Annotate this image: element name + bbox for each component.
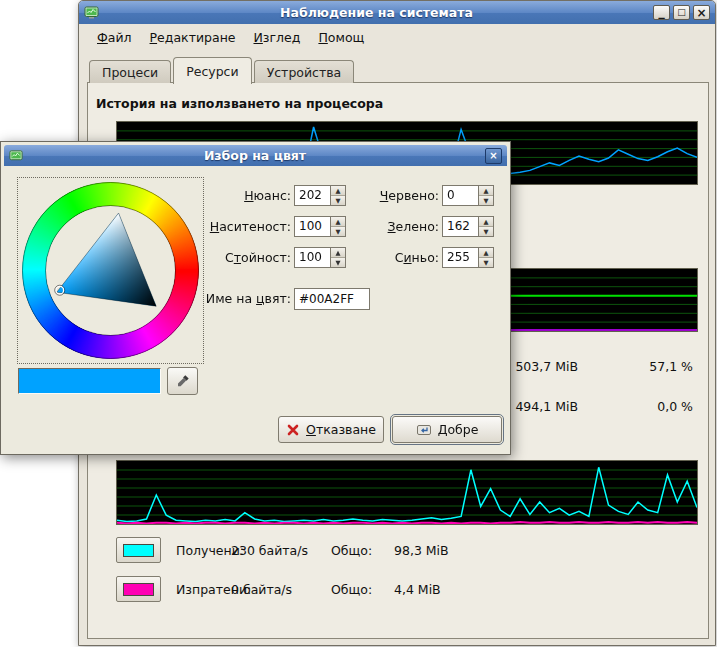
sent-total-label: Общо: [331, 582, 372, 597]
green-spin-buttons: ▲ ▼ [478, 216, 494, 237]
saturation-spinbox[interactable]: 100 ▲ ▼ [294, 216, 346, 237]
window-controls: ▁ □ × [653, 5, 710, 20]
color-wheel-canvas[interactable] [19, 179, 202, 362]
sent-rate: 0 байта/s [231, 582, 292, 597]
green-spinbox[interactable]: 162 ▲ ▼ [442, 216, 494, 237]
selected-color-preview [18, 368, 161, 394]
dialog-titlebar[interactable]: Избор на цвят × [4, 145, 507, 166]
cancel-button[interactable]: Отказване [278, 416, 384, 443]
spin-up-icon: ▲ [484, 187, 489, 195]
value-spin-down-button[interactable]: ▼ [331, 258, 345, 267]
blue-label: Синьо: [361, 250, 439, 265]
spin-down-icon: ▼ [484, 259, 489, 267]
tab-devices[interactable]: Устройства [254, 60, 355, 83]
red-spinbox[interactable]: 0 ▲ ▼ [442, 185, 494, 206]
saturation-spin-up-button[interactable]: ▲ [331, 217, 345, 227]
dialog-close-button[interactable]: × [485, 148, 502, 164]
swap-used-percent: 0,0 % [593, 399, 693, 414]
spin-up-icon: ▲ [484, 249, 489, 257]
spin-up-icon: ▲ [336, 249, 341, 257]
close-icon: × [696, 7, 706, 19]
network-received-row: Получени: 230 байта/s Общо: 98,3 MiB [88, 537, 708, 565]
memory-used-percent: 57,1 % [593, 359, 693, 374]
system-monitor-icon [84, 5, 100, 21]
blue-spin-down-button[interactable]: ▼ [479, 258, 493, 267]
hue-spinbox[interactable]: 202 ▲ ▼ [294, 185, 346, 206]
saturation-spin-down-button[interactable]: ▼ [331, 227, 345, 236]
color-wheel[interactable] [17, 177, 204, 364]
value-input[interactable]: 100 [294, 247, 330, 268]
tab-processes[interactable]: Процеси [89, 60, 171, 83]
red-spin-down-button[interactable]: ▼ [479, 196, 493, 205]
spin-up-icon: ▲ [484, 218, 489, 226]
network-sent-row: Изпратени: 0 байта/s Общо: 4,4 MiB [88, 576, 708, 604]
red-input[interactable]: 0 [442, 185, 478, 206]
sent-color-button[interactable] [116, 576, 161, 602]
blue-input[interactable]: 255 [442, 247, 478, 268]
cancel-icon [286, 423, 300, 437]
color-name-input[interactable]: #00A2FF [294, 288, 370, 310]
eyedropper-icon [175, 373, 191, 389]
desktop-background: Наблюдение на системата ▁ □ × Файл Редак… [0, 0, 717, 647]
saturation-input[interactable]: 100 [294, 216, 330, 237]
cpu-history-title: История на използването на процесора [96, 96, 383, 111]
green-input[interactable]: 162 [442, 216, 478, 237]
ok-enter-icon [416, 422, 432, 438]
maximize-icon: □ [677, 8, 686, 17]
dialog-close-icon: × [489, 150, 497, 161]
menu-help[interactable]: Помощ [309, 27, 373, 48]
menu-file[interactable]: Файл [88, 27, 141, 48]
minimize-icon: ▁ [658, 11, 664, 19]
received-color-button[interactable] [116, 537, 161, 563]
menu-edit[interactable]: Редактиране [141, 27, 245, 48]
sent-color-swatch [123, 583, 154, 596]
value-spin-up-button[interactable]: ▲ [331, 248, 345, 258]
dialog-icon [9, 148, 25, 164]
spin-up-icon: ▲ [336, 187, 341, 195]
green-spin-up-button[interactable]: ▲ [479, 217, 493, 227]
red-spin-up-button[interactable]: ▲ [479, 186, 493, 196]
network-history-chart [116, 460, 698, 525]
received-total-label: Общо: [331, 543, 372, 558]
green-label: Зелено: [361, 219, 439, 234]
red-label: Червено: [361, 188, 439, 203]
main-window-titlebar[interactable]: Наблюдение на системата ▁ □ × [79, 1, 715, 24]
maximize-button[interactable]: □ [673, 5, 690, 20]
hue-label: Нюанс: [181, 188, 291, 203]
close-button[interactable]: × [693, 5, 710, 20]
received-color-swatch [123, 544, 154, 557]
value-spin-buttons: ▲ ▼ [330, 247, 346, 268]
blue-spin-up-button[interactable]: ▲ [479, 248, 493, 258]
color-picker-dialog: Избор на цвят × Нюанс: Наситеност: Стойн… [0, 141, 511, 455]
blue-spinbox[interactable]: 255 ▲ ▼ [442, 247, 494, 268]
pick-screen-color-button[interactable] [167, 367, 198, 395]
spin-down-icon: ▼ [484, 228, 489, 236]
spin-up-icon: ▲ [336, 218, 341, 226]
tab-resources[interactable]: Ресурси [173, 57, 251, 84]
ok-button[interactable]: Добре [392, 416, 502, 443]
value-spinbox[interactable]: 100 ▲ ▼ [294, 247, 346, 268]
hue-input[interactable]: 202 [294, 185, 330, 206]
received-total: 98,3 MiB [394, 543, 449, 558]
spin-down-icon: ▼ [336, 259, 341, 267]
menubar: Файл Редактиране Изглед Помощ [81, 25, 713, 50]
green-spin-down-button[interactable]: ▼ [479, 227, 493, 236]
blue-spin-buttons: ▲ ▼ [478, 247, 494, 268]
sent-total: 4,4 MiB [394, 582, 441, 597]
color-name-label: Име на цвят: [181, 291, 291, 306]
spin-down-icon: ▼ [336, 228, 341, 236]
notebook-tabs: Процеси Ресурси Устройства [89, 56, 705, 83]
red-spin-buttons: ▲ ▼ [478, 185, 494, 206]
menu-view[interactable]: Изглед [245, 27, 310, 48]
spin-down-icon: ▼ [484, 197, 489, 205]
ok-label: Добре [438, 422, 479, 437]
hue-spin-buttons: ▲ ▼ [330, 185, 346, 206]
hue-spin-up-button[interactable]: ▲ [331, 186, 345, 196]
spin-down-icon: ▼ [336, 197, 341, 205]
value-label: Стойност: [181, 250, 291, 265]
dialog-title: Избор на цвят [29, 148, 481, 163]
minimize-button[interactable]: ▁ [653, 5, 670, 20]
cancel-label: Отказване [306, 422, 376, 437]
received-rate: 230 байта/s [231, 543, 308, 558]
hue-spin-down-button[interactable]: ▼ [331, 196, 345, 205]
